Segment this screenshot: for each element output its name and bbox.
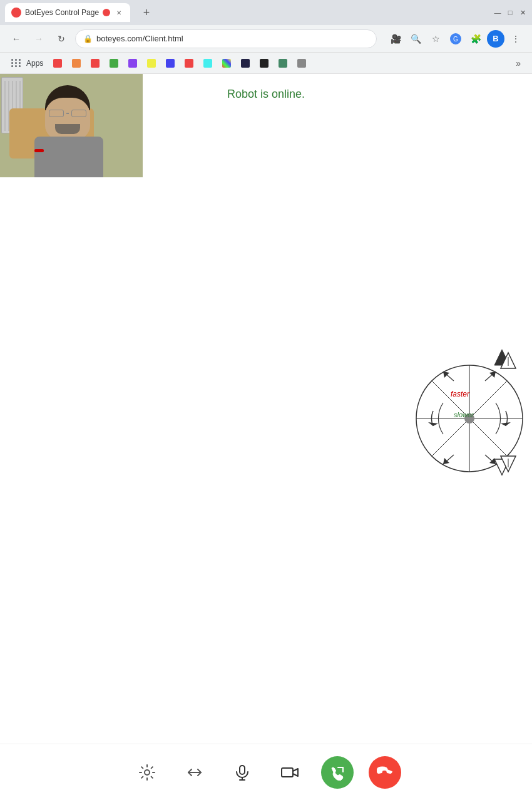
svg-point-26 — [145, 770, 150, 775]
svg-rect-28 — [240, 766, 245, 774]
url-bar[interactable]: 🔒 boteyes.com/Client.html — [75, 29, 377, 48]
address-bar: ← → ↻ 🔒 boteyes.com/Client.html 🎥 🔍 ☆ G … — [0, 25, 532, 53]
new-tab-button[interactable]: + — [138, 4, 155, 21]
answer-button[interactable] — [321, 756, 354, 789]
svg-rect-31 — [282, 768, 293, 777]
svg-text:slower: slower — [454, 411, 474, 418]
bookmark-12[interactable] — [256, 58, 272, 69]
apps-label: Apps — [26, 59, 43, 68]
bookmark-14[interactable] — [294, 58, 310, 69]
google-account-icon[interactable]: G — [447, 30, 464, 48]
camera-button[interactable] — [274, 756, 306, 789]
reload-button[interactable]: ↻ — [53, 30, 70, 48]
close-button[interactable]: ✕ — [518, 8, 527, 17]
bookmarks-more-button[interactable]: » — [512, 57, 524, 70]
bookmarks-bar: Apps » — [0, 53, 532, 74]
settings-button[interactable] — [131, 756, 163, 789]
profile-button[interactable]: B — [487, 30, 504, 48]
menu-button[interactable]: ⋮ — [507, 30, 524, 48]
url-text: boteyes.com/Client.html — [96, 34, 369, 43]
mic-button[interactable] — [226, 756, 258, 789]
browser-toolbar-icons: 🎥 🔍 ☆ G 🧩 B ⋮ — [387, 30, 524, 48]
page-content: Robot is online. faster — [0, 74, 532, 800]
bookmark-6[interactable] — [143, 58, 160, 69]
bookmark-5[interactable] — [125, 58, 141, 69]
control-wheel[interactable]: faster slower — [401, 343, 532, 481]
bookmark-11[interactable] — [237, 58, 253, 69]
back-button[interactable]: ← — [8, 30, 25, 48]
maximize-button[interactable]: □ — [506, 8, 514, 17]
window-controls: — □ ✕ — [493, 8, 527, 17]
tab-favicon — [11, 8, 21, 18]
title-bar: BotEyes Control Page ✕ + — □ ✕ — [0, 0, 532, 25]
forward-button[interactable]: → — [30, 30, 48, 48]
bookmark-1[interactable] — [49, 58, 66, 69]
expand-button[interactable] — [178, 756, 211, 789]
bottom-toolbar — [0, 744, 532, 800]
webcam-feed — [0, 74, 143, 177]
camera-toolbar-icon[interactable]: 🎥 — [387, 30, 404, 48]
active-tab[interactable]: BotEyes Control Page ✕ — [5, 3, 130, 22]
webcam-video — [0, 74, 143, 177]
svg-text:faster: faster — [451, 390, 470, 398]
bookmark-13[interactable] — [275, 58, 291, 69]
bookmark-8[interactable] — [181, 58, 197, 69]
bookmark-2[interactable] — [68, 58, 84, 69]
bookmark-9[interactable] — [200, 58, 216, 69]
tab-close-button[interactable]: ✕ — [114, 8, 124, 18]
apps-grid-icon — [11, 59, 21, 67]
bookmark-7[interactable] — [162, 58, 178, 69]
zoom-icon[interactable]: 🔍 — [407, 30, 424, 48]
bookmark-4[interactable] — [106, 58, 122, 69]
browser-frame: BotEyes Control Page ✕ + — □ ✕ ← → ↻ 🔒 b… — [0, 0, 532, 800]
bookmark-3[interactable] — [87, 58, 103, 69]
hangup-button[interactable] — [369, 756, 401, 789]
svg-text:G: G — [453, 36, 458, 43]
extensions-icon[interactable]: 🧩 — [467, 30, 484, 48]
tab-title: BotEyes Control Page — [25, 8, 99, 17]
bookmark-10[interactable] — [218, 58, 235, 69]
apps-bookmark[interactable]: Apps — [8, 58, 47, 69]
lock-icon: 🔒 — [83, 34, 93, 43]
minimize-button[interactable]: — — [493, 8, 502, 17]
bookmark-star-icon[interactable]: ☆ — [427, 30, 444, 48]
recording-dot — [103, 9, 110, 16]
robot-status: Robot is online. — [227, 88, 305, 101]
